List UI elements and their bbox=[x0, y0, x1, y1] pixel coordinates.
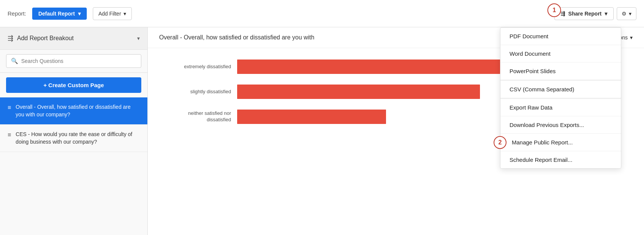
topbar: Report: Default Report ▾ Add Filter ▾ 1 … bbox=[0, 0, 644, 27]
add-filter-label: Add Filter bbox=[98, 11, 121, 17]
share-icon: ⇶ bbox=[561, 11, 565, 17]
search-section: 🔍 bbox=[0, 50, 147, 73]
export-raw-data-item[interactable]: Export Raw Data bbox=[500, 98, 621, 116]
bar-label: extremely dissatisfied bbox=[163, 64, 231, 70]
sidebar-breakout-header[interactable]: ⇶ Add Report Breakout ▾ bbox=[0, 27, 147, 50]
create-custom-page-button[interactable]: + Create Custom Page bbox=[6, 77, 141, 93]
bar-fill bbox=[237, 110, 386, 124]
breakout-icon: ⇶ bbox=[8, 34, 13, 42]
sidebar: ⇶ Add Report Breakout ▾ 🔍 + Create Custo… bbox=[0, 27, 148, 235]
powerpoint-slides-item[interactable]: PowerPoint Slides bbox=[500, 63, 621, 80]
chevron-down-icon: ▾ bbox=[78, 11, 81, 17]
word-document-label: Word Document bbox=[510, 50, 550, 57]
share-report-button[interactable]: ⇶ Share Report ▾ bbox=[554, 7, 614, 20]
share-dropdown-menu: PDF Document Word Document PowerPoint Sl… bbox=[500, 27, 621, 169]
report-label: Report: bbox=[8, 10, 26, 17]
sidebar-items-list: ≡ Overall - Overall, how satisfied or di… bbox=[0, 97, 147, 235]
manage-public-report-item[interactable]: 2 Manage Public Report... bbox=[500, 134, 621, 151]
manage-public-report-label: Manage Public Report... bbox=[512, 139, 573, 146]
default-report-button[interactable]: Default Report ▾ bbox=[32, 8, 86, 20]
pdf-document-item[interactable]: PDF Document bbox=[500, 28, 621, 45]
sidebar-item[interactable]: ≡ Overall - Overall, how satisfied or di… bbox=[0, 97, 147, 125]
sidebar-item[interactable]: ≡ CES - How would you rate the ease or d… bbox=[0, 125, 147, 152]
bar-label: neither satisfied nordissatisfied bbox=[163, 110, 231, 123]
csv-item[interactable]: CSV (Comma Separated) bbox=[500, 80, 621, 98]
item-text: Overall - Overall, how satisfied or diss… bbox=[16, 103, 140, 118]
bar-fill bbox=[237, 60, 503, 74]
list-icon: ≡ bbox=[8, 104, 11, 111]
download-previous-item[interactable]: Download Previous Exports... bbox=[500, 116, 621, 134]
download-previous-label: Download Previous Exports... bbox=[510, 122, 584, 128]
share-report-label: Share Report bbox=[568, 11, 602, 17]
step-1-badge: 1 bbox=[547, 3, 561, 17]
settings-button[interactable]: ⚙ ▾ bbox=[617, 7, 636, 20]
list-icon: ≡ bbox=[8, 132, 11, 138]
schedule-report-email-label: Schedule Report Email... bbox=[510, 157, 572, 163]
word-document-item[interactable]: Word Document bbox=[500, 45, 621, 63]
options-chevron-icon: ▾ bbox=[630, 34, 633, 41]
powerpoint-slides-label: PowerPoint Slides bbox=[510, 68, 556, 74]
export-raw-data-label: Export Raw Data bbox=[510, 104, 552, 111]
search-icon: 🔍 bbox=[11, 58, 18, 64]
chevron-down-icon: ▾ bbox=[605, 11, 607, 17]
create-custom-label: + Create Custom Page bbox=[44, 82, 104, 88]
chevron-down-icon: ▾ bbox=[123, 11, 126, 17]
breakout-chevron-icon: ▾ bbox=[137, 35, 140, 41]
csv-label: CSV (Comma Separated) bbox=[510, 86, 574, 92]
step-2-badge: 2 bbox=[494, 136, 506, 149]
search-input-wrap: 🔍 bbox=[6, 54, 141, 68]
item-text: CES - How would you rate the ease or dif… bbox=[16, 131, 140, 146]
topbar-right: 1 ⇶ Share Report ▾ ⚙ ▾ bbox=[554, 7, 636, 20]
content-title: Overall - Overall, how satisfied or diss… bbox=[159, 34, 314, 41]
topbar-left: Report: Default Report ▾ Add Filter ▾ bbox=[8, 7, 132, 20]
breakout-label: Add Report Breakout bbox=[17, 35, 73, 42]
bar-label: slightly dissatisfied bbox=[163, 89, 231, 95]
settings-chevron: ▾ bbox=[629, 11, 631, 17]
search-input[interactable] bbox=[21, 58, 136, 64]
gear-icon: ⚙ bbox=[622, 11, 627, 17]
add-filter-button[interactable]: Add Filter ▾ bbox=[93, 7, 132, 20]
bar-fill bbox=[237, 85, 480, 99]
schedule-report-email-item[interactable]: Schedule Report Email... bbox=[500, 151, 621, 168]
default-report-label: Default Report bbox=[38, 11, 75, 17]
pdf-document-label: PDF Document bbox=[510, 33, 549, 39]
